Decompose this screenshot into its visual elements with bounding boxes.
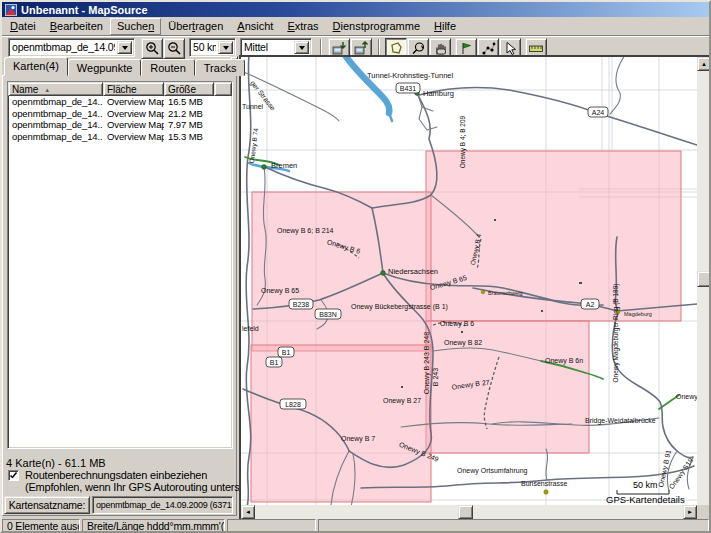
detail-level-value: Mittel [241, 39, 292, 56]
menu-extras[interactable]: Extras [280, 18, 325, 35]
magnifier-arrow-icon [411, 41, 426, 56]
routing-checkbox-sublabel: (Empfohlen, wenn Ihr GPS Autorouting unt… [25, 481, 263, 493]
status-empty [318, 519, 709, 532]
shield-a2: A2 [581, 299, 599, 309]
map-product-combo[interactable]: openmtbmap_de_14.09.2009 [8, 38, 135, 57]
app-icon [5, 4, 17, 16]
scroll-left-button[interactable]: ◄ [241, 505, 255, 519]
svg-text:A24: A24 [592, 109, 605, 116]
tab-tracks[interactable]: Tracks [195, 59, 246, 76]
tab-routen[interactable]: Routen [141, 59, 194, 76]
dropdown-arrow-icon[interactable] [294, 41, 309, 54]
menu-bearbeiten[interactable]: Bearbeiten [43, 18, 110, 35]
column-header-filler [214, 82, 232, 96]
map-label: Bremen [271, 161, 297, 170]
cell-area: Overview Map [103, 96, 164, 107]
map-label: lefeld [242, 325, 259, 332]
menu-bar: Datei Bearbeiten Suchen Übertragen Ansic… [2, 17, 709, 36]
mapset-name-field[interactable]: openmtbmap_de_14.09.2009 (63710027) [92, 496, 233, 514]
menu-suchen[interactable]: Suchen [110, 18, 161, 35]
zoom-out-button[interactable] [163, 38, 185, 59]
map-label: Niedersachsen [388, 267, 438, 276]
title-bar[interactable]: Unbenannt - MapSource [2, 2, 709, 17]
map-label: Onewy B 4; B 209 [459, 115, 467, 168]
status-empty [227, 519, 316, 532]
table-row[interactable]: openmtbmap_de_14.... Overview Map 16.5 M… [8, 96, 232, 108]
table-row[interactable]: openmtbmap_de_14.... Overview Map 7.97 M… [8, 119, 232, 131]
dropdown-arrow-icon[interactable] [218, 41, 233, 54]
window-title: Unbenannt - MapSource [21, 4, 148, 16]
map-label: Onewy B 243 B 248 [423, 332, 431, 394]
scroll-up-button[interactable]: ▲ [697, 57, 711, 71]
maps-summary: 4 Karte(n) - 61.1 MB [6, 457, 106, 469]
sort-ascending-icon: ▲ [44, 87, 50, 93]
map-canvas[interactable]: B431 A24 B238 B83N A2 B1 B1 L828 Tunnel-… [241, 57, 697, 505]
map-scale-label: 50 km [633, 480, 658, 490]
table-header: Name▲ Fläche Größe [8, 82, 232, 96]
routing-checkbox-label[interactable]: Routenberechnungsdaten einbeziehen [25, 469, 207, 481]
menu-datei[interactable]: Datei [3, 18, 43, 35]
map-label: Onewy B 6n [545, 357, 583, 365]
horizontal-scroll-thumb[interactable] [458, 505, 473, 519]
map-tile-selection [426, 151, 681, 321]
vertical-scroll-thumb[interactable] [697, 271, 711, 287]
map-product-value: openmtbmap_de_14.09.2009 [9, 39, 115, 56]
cell-name: openmtbmap_de_14.... [8, 96, 103, 107]
shield-b1: B1 [266, 357, 282, 367]
bunsenstrasse-dot [544, 490, 548, 494]
scroll-right-button[interactable]: ► [683, 505, 697, 519]
status-bar: 0 Elemente ausgewählt Breite/Länge hddd°… [2, 519, 709, 532]
braunschweig-dot [481, 290, 485, 294]
tab-wegpunkte[interactable]: Wegpunkte [68, 59, 141, 76]
map-graphic: B431 A24 B238 B83N A2 B1 B1 L828 Tunnel-… [241, 57, 697, 505]
map-scale-combo[interactable]: 50 km [189, 38, 236, 57]
shield-b1: B1 [278, 347, 294, 357]
menu-ansicht[interactable]: Ansicht [230, 18, 280, 35]
cell-size: 21.2 MB [164, 108, 214, 119]
map-label: Hamburg [423, 89, 454, 98]
map-label: Braunschweig [488, 290, 523, 296]
table-row[interactable]: openmtbmap_de_14.... Overview Map 21.2 M… [8, 108, 232, 120]
status-selection: 0 Elemente ausgewählt [2, 519, 80, 532]
map-vertical-scrollbar[interactable]: ▲ ▼ [697, 57, 711, 519]
shield-b238: B238 [289, 299, 313, 309]
map-label: Magdeburg [624, 311, 652, 317]
map-label: Onewy B 27 [383, 397, 421, 405]
map-label: Tunnel-Krohnstieg-Tunnel [367, 71, 453, 80]
shield-l828: L828 [280, 399, 306, 409]
svg-text:B238: B238 [293, 301, 309, 308]
dropdown-arrow-icon[interactable] [117, 41, 132, 54]
svg-text:B1: B1 [270, 359, 279, 366]
svg-text:B431: B431 [400, 85, 416, 92]
menu-dienstprogramme[interactable]: Dienstprogramme [326, 18, 427, 35]
route-points-icon [481, 41, 496, 56]
menu-uebertragen[interactable]: Übertragen [161, 18, 230, 35]
map-horizontal-scrollbar[interactable]: ◄ ► [241, 505, 697, 519]
column-header-name[interactable]: Name▲ [8, 82, 103, 96]
menu-hilfe[interactable]: Hilfe [427, 18, 463, 35]
map-widget: B431 A24 B238 B83N A2 B1 B1 L828 Tunnel-… [239, 55, 711, 519]
map-label: Onewy B 7 [341, 435, 375, 443]
column-header-groesse[interactable]: Größe [164, 82, 214, 96]
ruler-icon [528, 41, 544, 56]
cell-area: Overview Map [103, 108, 164, 119]
column-header-flaeche[interactable]: Fläche [103, 82, 164, 96]
map-label: Bridge-Weidatalbrücke [585, 417, 656, 425]
map-label: Onewy B 74 [248, 127, 260, 164]
cell-name: openmtbmap_de_14.... [8, 108, 103, 119]
zoom-in-button[interactable] [141, 38, 163, 59]
cell-name: openmtbmap_de_14.... [8, 131, 103, 142]
map-scale-value: 50 km [190, 39, 216, 56]
mapset-name-button[interactable]: Kartensatzname: [4, 496, 90, 514]
map-label: Onewy Ortsumfahrung [457, 467, 528, 475]
routing-data-checkbox[interactable] [8, 470, 19, 481]
cell-size: 7.97 MB [164, 119, 214, 130]
maps-table: Name▲ Fläche Größe openmtbmap_de_14.... … [7, 81, 233, 449]
gps-details-label: GPS-Kartendetails [606, 494, 685, 505]
map-label: Onewy B 82 [444, 339, 482, 347]
tab-karten[interactable]: Karten(4) [4, 57, 68, 76]
table-row[interactable]: openmtbmap_de_14.... Overview Map 15.3 M… [8, 131, 232, 143]
cell-area: Overview Map [103, 131, 164, 142]
bremen-dot [262, 165, 267, 170]
svg-text:B83N: B83N [319, 311, 337, 318]
